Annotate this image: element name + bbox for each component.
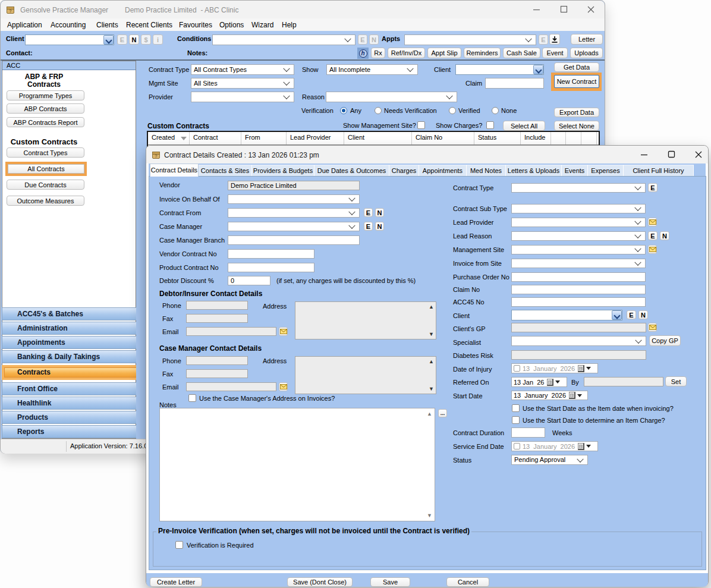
svg-text:?: ? bbox=[155, 153, 158, 159]
svg-text:?: ? bbox=[9, 8, 12, 14]
